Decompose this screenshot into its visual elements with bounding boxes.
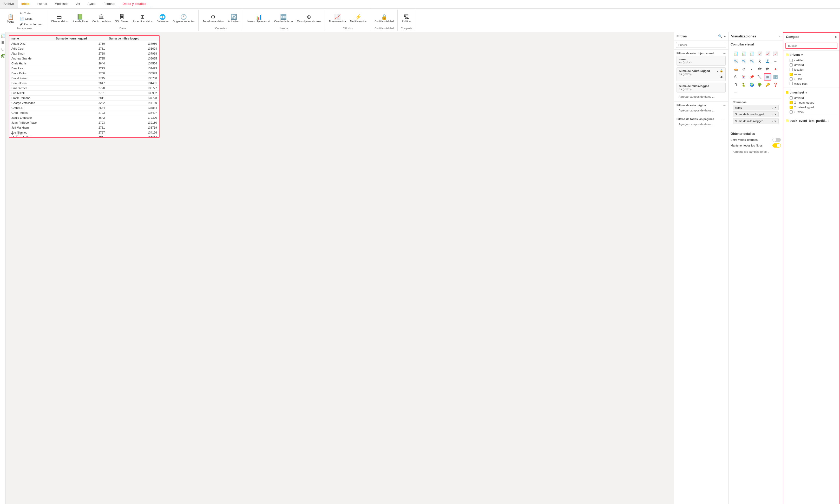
viz-pie[interactable]: 🥧 bbox=[732, 66, 739, 73]
report-view-icon[interactable]: 📊 bbox=[1, 33, 5, 38]
tab-formato[interactable]: Formato bbox=[100, 0, 119, 8]
viz-table[interactable]: ⊞ bbox=[764, 73, 771, 80]
more-toolbar-icon[interactable]: ··· bbox=[20, 132, 23, 136]
filter-hours-card[interactable]: Suma de hours-logged ⌄ 🔒 es (todos) 👁 bbox=[677, 67, 726, 81]
actualizar-button[interactable]: 🔄 Actualizar bbox=[226, 13, 241, 24]
viz-filled-map[interactable]: 🗺 bbox=[764, 66, 771, 73]
this-page-options-icon[interactable]: ··· bbox=[723, 104, 726, 107]
medida-rapida-button[interactable]: ⚡ Medida rápida bbox=[348, 13, 368, 24]
viz-card[interactable]: 🃏 bbox=[740, 73, 748, 80]
viz-expand-icon[interactable]: » bbox=[779, 34, 780, 38]
col-x-miles[interactable]: ✕ bbox=[774, 120, 776, 123]
tab-insertar[interactable]: Insertar bbox=[33, 0, 51, 8]
fields-search-input[interactable] bbox=[785, 42, 837, 49]
add-ob-fields[interactable]: Agregue los campos de ob... bbox=[731, 149, 781, 154]
viz-column-clustered[interactable]: 📈 bbox=[756, 50, 763, 57]
viz-python[interactable]: 🐍 bbox=[740, 81, 748, 88]
checkbox-location[interactable] bbox=[790, 68, 793, 71]
col-chevron-miles[interactable]: ⌄ bbox=[771, 120, 773, 123]
origenes-button[interactable]: 🕐 Orígenes recientes bbox=[171, 13, 196, 24]
viz-matrix[interactable]: 🔢 bbox=[772, 73, 779, 80]
table-scroll-container[interactable]: name Suma de hours-logged Suma de miles-… bbox=[10, 36, 159, 137]
truck-group-header[interactable]: ⊞ truck_event_text_partiti... › bbox=[785, 118, 837, 124]
filter-hours-lock[interactable]: 🔒 bbox=[720, 69, 723, 72]
viz-more[interactable]: ··· bbox=[732, 89, 739, 96]
field-ts-driverid[interactable]: driverId bbox=[785, 96, 837, 100]
checkbox-name[interactable]: ✓ bbox=[790, 73, 793, 76]
field-name[interactable]: ✓ name bbox=[785, 72, 837, 77]
viz-r-visual[interactable]: R bbox=[732, 81, 739, 88]
obtener-datos-button[interactable]: 🗃 Obtener datos bbox=[50, 13, 69, 24]
between-reports-toggle[interactable] bbox=[772, 138, 781, 142]
tab-ayuda[interactable]: Ayuda bbox=[84, 0, 100, 8]
viz-donut[interactable]: ⊙ bbox=[740, 66, 748, 73]
publicar-button[interactable]: 🏗 Publicar bbox=[400, 13, 413, 24]
fields-expand-icon[interactable]: » bbox=[835, 35, 837, 39]
especificar-button[interactable]: ⊞ Especificar datos bbox=[131, 13, 154, 24]
filter-hours-chevron[interactable]: ⌄ bbox=[716, 69, 719, 72]
copiar-formato-button[interactable]: 🖌 Copiar formato bbox=[18, 21, 45, 26]
dag-view-icon[interactable]: 🌿 bbox=[1, 54, 5, 58]
model-view-icon[interactable]: ⬡ bbox=[1, 47, 5, 51]
viz-area[interactable]: 📉 bbox=[740, 58, 748, 65]
add-data-fields-visual[interactable]: Agregar campos de datos ... bbox=[677, 94, 726, 99]
filter-toolbar-icon[interactable]: ▼ bbox=[11, 132, 14, 136]
this-visual-options-icon[interactable]: ··· bbox=[723, 52, 726, 55]
dataverse-button[interactable]: 🌐 Dataverse bbox=[155, 13, 170, 24]
checkbox-driverid[interactable] bbox=[790, 64, 793, 67]
all-pages-options-icon[interactable]: ··· bbox=[723, 118, 726, 121]
tab-datos[interactable]: Datos y detalles bbox=[119, 0, 150, 8]
viz-decomp-tree[interactable]: 🌳 bbox=[756, 81, 763, 88]
viz-bar-stacked[interactable]: 📊 bbox=[740, 50, 748, 57]
filter-hours-eye[interactable]: 👁 bbox=[720, 76, 723, 79]
checkbox-ts-driverid[interactable] bbox=[790, 96, 793, 100]
viz-gauge[interactable]: ⏱ bbox=[732, 73, 739, 80]
field-wage-plan[interactable]: wage-plan bbox=[785, 81, 837, 86]
keep-filters-toggle[interactable] bbox=[772, 143, 781, 147]
checkbox-certified[interactable] bbox=[790, 59, 793, 62]
add-data-fields-page[interactable]: Agregar campos de datos ... bbox=[677, 108, 726, 113]
col-chevron-name[interactable]: ⌄ bbox=[771, 106, 773, 109]
viz-bar-clustered[interactable]: 📊 bbox=[732, 50, 739, 57]
filter-expand-icon[interactable]: » bbox=[724, 34, 726, 38]
viz-scatter[interactable]: ⋯ bbox=[772, 58, 779, 65]
viz-funnel[interactable]: 🔺 bbox=[772, 66, 779, 73]
viz-area-stacked[interactable]: 📉 bbox=[748, 58, 755, 65]
field-location[interactable]: location bbox=[785, 67, 837, 72]
checkbox-miles-logged[interactable]: ✓ bbox=[790, 106, 793, 109]
drivers-group-header[interactable]: ⊞ drivers ∨ bbox=[785, 52, 837, 58]
field-hours-logged[interactable]: ✓ Σ hours-logged bbox=[785, 100, 837, 105]
viz-column-100[interactable]: 📈 bbox=[772, 50, 779, 57]
filters-search-input[interactable] bbox=[676, 42, 726, 48]
viz-column-stacked[interactable]: 📈 bbox=[764, 50, 771, 57]
col-pill-hours[interactable]: Suma de hours-logged ⌄ ✕ bbox=[733, 111, 779, 117]
viz-line[interactable]: 📉 bbox=[732, 58, 739, 65]
col-chevron-hours[interactable]: ⌄ bbox=[771, 113, 773, 116]
mas-objetos-button[interactable]: ⊕ Más objetos visuales bbox=[295, 13, 323, 24]
viz-qna[interactable]: ❓ bbox=[772, 81, 779, 88]
viz-slicer[interactable]: 🔪 bbox=[756, 73, 763, 80]
field-ssn[interactable]: Σ ssn bbox=[785, 77, 837, 81]
checkbox-wage-plan[interactable] bbox=[790, 82, 793, 85]
filter-name-card[interactable]: name es (todos) bbox=[677, 56, 726, 66]
cortar-button[interactable]: ✂ Cortar bbox=[18, 11, 45, 16]
nuevo-objeto-button[interactable]: 📊 Nuevo objeto visual bbox=[246, 13, 272, 24]
add-data-fields-all[interactable]: Agregar campos de datos ... bbox=[677, 122, 726, 127]
centro-datos-button[interactable]: 🏛 Centro de datos bbox=[91, 13, 112, 24]
col-x-name[interactable]: ✕ bbox=[774, 106, 776, 109]
nueva-medida-button[interactable]: 📈 Nueva medida bbox=[327, 13, 347, 24]
tab-modelado[interactable]: Modelado bbox=[51, 0, 72, 8]
tab-ver[interactable]: Ver bbox=[72, 0, 84, 8]
col-pill-miles[interactable]: Suma de miles-logged ⌄ ✕ bbox=[733, 118, 779, 124]
tab-archivo[interactable]: Archivo bbox=[0, 0, 18, 8]
viz-key-influencers[interactable]: 🔑 bbox=[764, 81, 771, 88]
viz-treemap[interactable]: ▪ bbox=[748, 66, 755, 73]
viz-azure-map[interactable]: 🌍 bbox=[748, 81, 755, 88]
checkbox-ssn[interactable] bbox=[790, 77, 793, 80]
viz-waterfall[interactable]: 🌊 bbox=[764, 58, 771, 65]
libro-excel-button[interactable]: 📗 Libro de Excel bbox=[70, 13, 90, 24]
viz-kpi[interactable]: 📌 bbox=[748, 73, 755, 80]
table-view-icon[interactable]: ⊞ bbox=[1, 40, 5, 45]
filter-search-icon[interactable]: 🔍 bbox=[718, 34, 722, 38]
viz-bar-100[interactable]: 📊 bbox=[748, 50, 755, 57]
